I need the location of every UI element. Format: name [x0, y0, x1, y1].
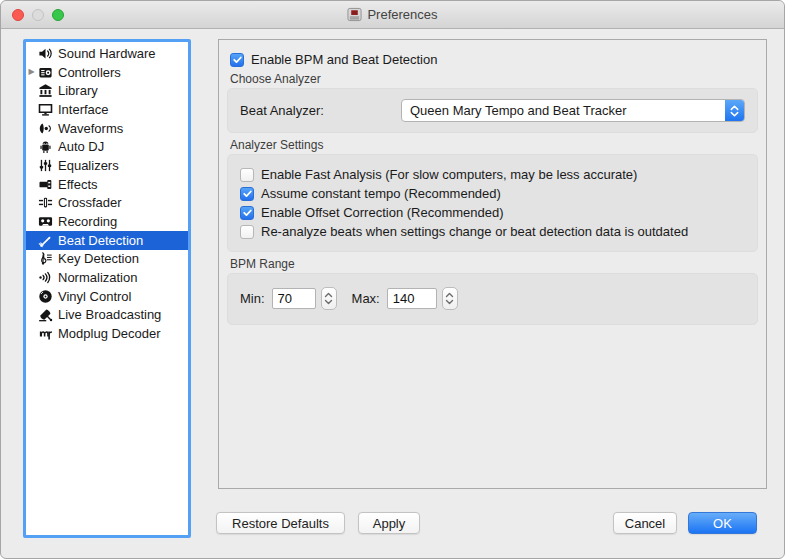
- waveform-icon: [37, 120, 53, 136]
- sidebar-item-library[interactable]: Library: [26, 81, 188, 100]
- sidebar-item-vinyl-control[interactable]: Vinyl Control: [26, 287, 188, 306]
- minimize-button: [32, 9, 44, 21]
- satellite-icon: [37, 307, 53, 323]
- sidebar-item-label: Controllers: [58, 65, 121, 80]
- sidebar-item-label: Interface: [58, 102, 109, 117]
- bpm-max-stepper[interactable]: [442, 287, 458, 310]
- sidebar-item-sound-hardware[interactable]: Sound Hardware: [26, 44, 188, 63]
- sidebar-item-label: Effects: [58, 177, 98, 192]
- close-button[interactable]: [12, 9, 24, 21]
- app-icon: [347, 7, 362, 22]
- option-row-enable-fast-analysis-for-slow-computers-: Enable Fast Analysis (For slow computers…: [240, 165, 745, 184]
- sidebar-item-key-detection[interactable]: Key Detection: [26, 250, 188, 269]
- option-row-enable-offset-correction-recommended: Enable Offset Correction (Recommended): [240, 203, 745, 222]
- beat-detection-panel: Enable BPM and Beat Detection Choose Ana…: [218, 39, 767, 489]
- bpm-max-input[interactable]: [387, 288, 437, 309]
- enable-bpm-checkbox[interactable]: [230, 53, 244, 67]
- option-label: Enable Fast Analysis (For slow computers…: [261, 167, 637, 182]
- sidebar-item-interface[interactable]: Interface: [26, 100, 188, 119]
- controller-icon: [37, 64, 53, 80]
- equalizer-icon: [37, 157, 53, 173]
- modplug-icon: [37, 326, 53, 342]
- bpm-range-group: BPM Range Min: Max:: [227, 257, 758, 325]
- soundwave-icon: [37, 270, 53, 286]
- sidebar-item-label: Waveforms: [58, 121, 123, 136]
- sidebar-item-effects[interactable]: Effects: [26, 175, 188, 194]
- sidebar-item-equalizers[interactable]: Equalizers: [26, 156, 188, 175]
- ok-button[interactable]: OK: [688, 512, 757, 534]
- preferences-window: Preferences Sound Hardware▶ControllersLi…: [0, 0, 785, 559]
- disclosure-triangle-icon[interactable]: ▶: [26, 68, 37, 76]
- monitor-icon: [37, 101, 53, 117]
- sidebar-item-controllers[interactable]: ▶Controllers: [26, 63, 188, 82]
- bpm-min-label: Min:: [240, 291, 265, 306]
- option-label: Re-analyze beats when settings change or…: [261, 224, 688, 239]
- enable-fast-analysis-for-slow-computers--checkbox[interactable]: [240, 168, 254, 182]
- bpm-max-label: Max:: [352, 291, 380, 306]
- bpm-range-title: BPM Range: [230, 257, 758, 271]
- bpm-min-stepper[interactable]: [321, 287, 337, 310]
- bpm-min-input[interactable]: [272, 288, 316, 309]
- sidebar-item-label: Equalizers: [58, 158, 119, 173]
- speaker-icon: [37, 45, 53, 61]
- analyzer-options: Enable Fast Analysis (For slow computers…: [227, 154, 758, 252]
- robot-icon: [37, 139, 53, 155]
- enable-offset-correction-recommended-checkbox[interactable]: [240, 206, 254, 220]
- sidebar: Sound Hardware▶ControllersLibraryInterfa…: [23, 39, 191, 538]
- choose-analyzer-title: Choose Analyzer: [230, 72, 758, 86]
- sidebar-item-recording[interactable]: Recording: [26, 212, 188, 231]
- sidebar-item-crossfader[interactable]: Crossfader: [26, 194, 188, 213]
- analyzer-settings-group: Analyzer Settings Enable Fast Analysis (…: [227, 138, 758, 252]
- sidebar-item-live-broadcasting[interactable]: Live Broadcasting: [26, 306, 188, 325]
- cancel-button[interactable]: Cancel: [613, 512, 677, 534]
- window-title: Preferences: [347, 7, 437, 22]
- effects-icon: [37, 176, 53, 192]
- apply-button[interactable]: Apply: [358, 512, 420, 534]
- option-row-assume-constant-tempo-recommended: Assume constant tempo (Recommended): [240, 184, 745, 203]
- beat-analyzer-label: Beat Analyzer:: [240, 103, 401, 118]
- sidebar-item-label: Beat Detection: [58, 233, 143, 248]
- sidebar-item-waveforms[interactable]: Waveforms: [26, 119, 188, 138]
- assume-constant-tempo-recommended-checkbox[interactable]: [240, 187, 254, 201]
- sidebar-item-label: Modplug Decoder: [58, 326, 161, 341]
- sidebar-item-normalization[interactable]: Normalization: [26, 268, 188, 287]
- sidebar-item-modplug-decoder[interactable]: Modplug Decoder: [26, 324, 188, 343]
- choose-analyzer-group: Choose Analyzer Beat Analyzer: Queen Mar…: [227, 72, 758, 133]
- sidebar-list: Sound Hardware▶ControllersLibraryInterfa…: [26, 44, 188, 343]
- sidebar-item-auto-dj[interactable]: Auto DJ: [26, 137, 188, 156]
- option-row-re-analyze-beats-when-settings-change-or: Re-analyze beats when settings change or…: [240, 222, 745, 241]
- traffic-lights: [12, 9, 64, 21]
- enable-bpm-label: Enable BPM and Beat Detection: [251, 52, 437, 67]
- zoom-button[interactable]: [52, 9, 64, 21]
- window-title-text: Preferences: [367, 7, 437, 22]
- beat-analyzer-select[interactable]: Queen Mary Tempo and Beat Tracker: [401, 99, 745, 122]
- select-chevrons-icon: [725, 100, 744, 121]
- sidebar-item-label: Sound Hardware: [58, 46, 156, 61]
- restore-defaults-button[interactable]: Restore Defaults: [216, 512, 345, 534]
- vinyl-icon: [37, 288, 53, 304]
- analyzer-settings-title: Analyzer Settings: [230, 138, 758, 152]
- option-label: Enable Offset Correction (Recommended): [261, 205, 504, 220]
- sidebar-item-label: Normalization: [58, 270, 137, 285]
- cassette-icon: [37, 214, 53, 230]
- enable-bpm-row: Enable BPM and Beat Detection: [230, 52, 766, 67]
- drumstick-icon: [37, 232, 53, 248]
- re-analyze-beats-when-settings-change-or-checkbox[interactable]: [240, 225, 254, 239]
- sidebar-item-label: Auto DJ: [58, 139, 104, 154]
- music-key-icon: [37, 251, 53, 267]
- sidebar-item-label: Live Broadcasting: [58, 307, 161, 322]
- sidebar-item-label: Crossfader: [58, 195, 122, 210]
- sidebar-item-label: Library: [58, 83, 98, 98]
- crossfader-icon: [37, 195, 53, 211]
- sidebar-item-label: Recording: [58, 214, 117, 229]
- sidebar-item-beat-detection[interactable]: Beat Detection: [26, 231, 188, 250]
- title-bar: Preferences: [1, 1, 784, 29]
- sidebar-item-label: Vinyl Control: [58, 289, 131, 304]
- library-icon: [37, 83, 53, 99]
- beat-analyzer-selected-option: Queen Mary Tempo and Beat Tracker: [402, 103, 725, 118]
- sidebar-item-label: Key Detection: [58, 251, 139, 266]
- option-label: Assume constant tempo (Recommended): [261, 186, 501, 201]
